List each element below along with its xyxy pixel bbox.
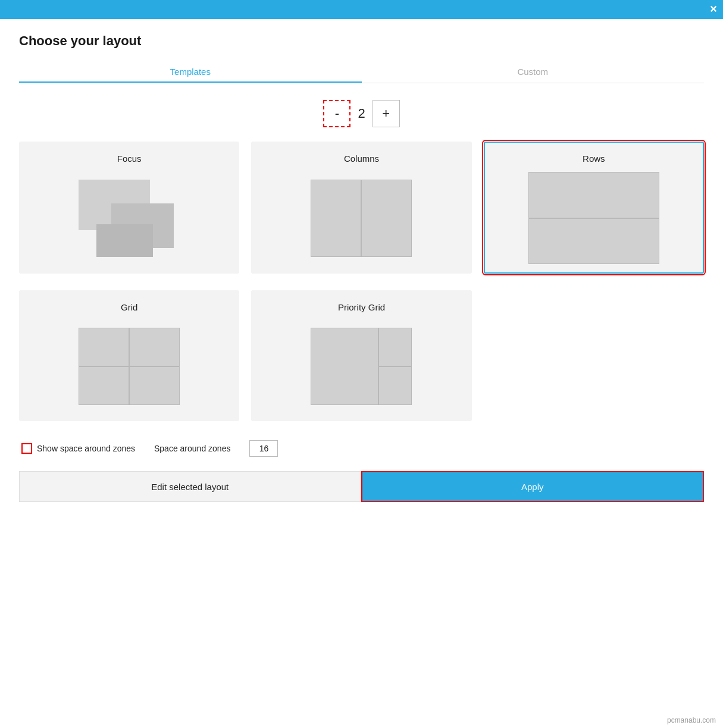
show-space-around-zones-label[interactable]: Show space around zones [21, 443, 135, 454]
focus-rect-3 [96, 224, 153, 257]
layout-card-priority-grid-title: Priority Grid [338, 302, 385, 312]
columns-preview-graphic [311, 180, 412, 257]
show-space-around-zones-checkbox[interactable] [21, 443, 32, 454]
layout-grid-top: Focus Columns Rows [19, 142, 704, 274]
col-half-2 [361, 180, 412, 257]
edit-selected-layout-button[interactable]: Edit selected layout [19, 471, 361, 502]
title-bar: ✕ [0, 0, 723, 19]
layout-card-rows[interactable]: Rows [484, 142, 704, 274]
watermark: pcmanabu.com [667, 716, 716, 724]
zone-count-value: 2 [358, 106, 365, 121]
footer-row: Edit selected layout Apply [19, 471, 704, 502]
pg-side-cell-2 [378, 366, 412, 405]
layout-card-rows-title: Rows [583, 153, 605, 164]
row-part-1 [528, 172, 659, 218]
layout-card-priority-grid[interactable]: Priority Grid [251, 290, 471, 421]
space-around-zones-input[interactable] [249, 440, 278, 457]
rows-preview-graphic [528, 172, 659, 264]
tab-custom[interactable]: Custom [362, 61, 705, 83]
space-around-zones-label: Space around zones [154, 444, 230, 453]
col-half-1 [311, 180, 361, 257]
apply-button[interactable]: Apply [361, 471, 705, 502]
focus-preview-graphic [79, 180, 180, 257]
pg-side-cell-1 [378, 328, 412, 366]
layout-card-grid-title: Grid [121, 302, 137, 312]
increment-zones-button[interactable]: + [373, 100, 400, 127]
layout-grid-bottom: Grid Priority Grid [19, 290, 704, 421]
tabs-container: Templates Custom [19, 61, 704, 83]
layout-preview-grid [31, 321, 227, 412]
tab-templates[interactable]: Templates [19, 61, 362, 83]
close-button[interactable]: ✕ [709, 5, 717, 14]
grid-preview-graphic [79, 328, 180, 405]
dialog-content: Choose your layout Templates Custom - 2 … [0, 19, 723, 514]
pg-main-cell [311, 328, 378, 405]
layout-preview-priority-grid [263, 321, 459, 412]
layout-preview-rows [496, 172, 692, 264]
layout-card-columns[interactable]: Columns [251, 142, 471, 274]
layout-card-columns-title: Columns [344, 153, 379, 164]
decrement-zones-button[interactable]: - [323, 100, 350, 127]
layout-card-grid[interactable]: Grid [19, 290, 239, 421]
grid-cell-4 [129, 366, 180, 405]
spacing-row: Show space around zones Space around zon… [19, 440, 704, 457]
zone-count-row: - 2 + [19, 100, 704, 127]
row-part-2 [528, 218, 659, 265]
dialog-title: Choose your layout [19, 33, 704, 49]
priority-grid-preview-graphic [311, 328, 412, 405]
layout-card-focus[interactable]: Focus [19, 142, 239, 274]
show-space-around-zones-text: Show space around zones [37, 444, 135, 453]
grid-cell-3 [79, 366, 129, 405]
layout-preview-columns [263, 172, 459, 264]
layout-preview-focus [31, 172, 227, 264]
layout-card-focus-title: Focus [117, 153, 142, 164]
grid-cell-1 [79, 328, 129, 366]
grid-cell-2 [129, 328, 180, 366]
